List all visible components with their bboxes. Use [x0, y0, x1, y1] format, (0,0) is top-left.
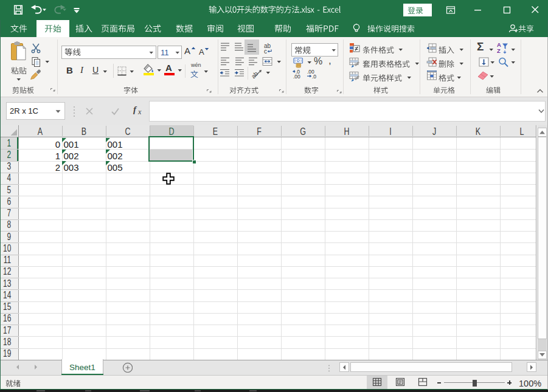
svg-text:.00: .00: [293, 74, 300, 79]
svg-text:.0: .0: [312, 74, 316, 79]
svg-text:c: c: [264, 48, 267, 55]
svg-text:Z: Z: [497, 47, 501, 54]
svg-text:ab: ab: [252, 70, 260, 79]
